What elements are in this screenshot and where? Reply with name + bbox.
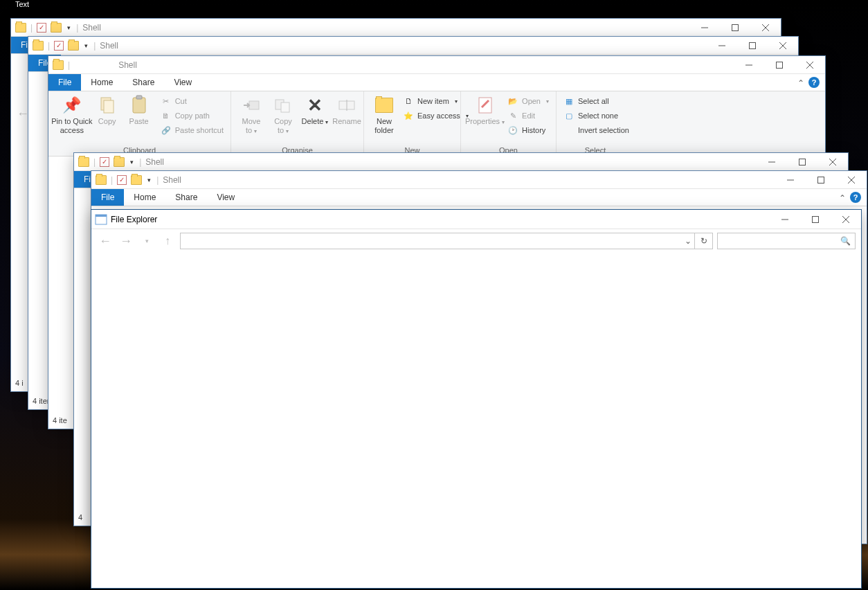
check-icon: ✓ <box>117 175 127 185</box>
history-button[interactable]: 🕑History <box>505 124 552 136</box>
file-explorer-icon <box>96 215 107 224</box>
home-tab[interactable]: Home <box>81 74 123 91</box>
view-tab[interactable]: View <box>164 74 201 91</box>
search-icon: 🔍 <box>840 236 851 246</box>
invert-selection-button[interactable]: Invert selection <box>561 124 632 136</box>
titlebar[interactable]: | ✓ ▾ | Shell <box>74 153 848 171</box>
chevron-down-icon[interactable]: ▾ <box>83 42 89 49</box>
copy-button[interactable]: Copy <box>91 93 123 127</box>
close-button[interactable] <box>750 19 781 37</box>
rename-button[interactable]: Rename <box>331 93 363 127</box>
maximize-button[interactable] <box>787 153 817 171</box>
cut-button[interactable]: ✂Cut <box>158 95 226 107</box>
back-button[interactable]: ← <box>97 233 114 249</box>
select-none-button[interactable]: ▢Select none <box>561 109 632 122</box>
paste-shortcut-icon: 🔗 <box>161 125 172 136</box>
copy-icon <box>97 95 118 116</box>
home-tab[interactable]: Home <box>124 189 165 206</box>
titlebar[interactable]: | Shell <box>48 56 825 74</box>
properties-button[interactable]: Properties <box>465 93 505 128</box>
svg-rect-5 <box>750 42 756 48</box>
move-to-button[interactable]: Move to <box>235 93 267 137</box>
help-icon[interactable]: ? <box>850 192 861 203</box>
folder-icon <box>15 23 26 33</box>
maximize-button[interactable] <box>800 211 831 229</box>
svg-rect-33 <box>813 216 819 222</box>
recent-locations-button[interactable]: ▾ <box>138 233 155 249</box>
svg-rect-9 <box>777 62 783 68</box>
close-button[interactable] <box>768 37 798 55</box>
svg-rect-13 <box>104 100 114 113</box>
new-folder-button[interactable]: New folder <box>368 93 400 136</box>
collapse-ribbon-icon[interactable]: ⌃ <box>839 189 850 206</box>
chevron-down-icon[interactable]: ▾ <box>146 177 152 184</box>
folder-icon <box>114 157 125 167</box>
file-tab[interactable]: File <box>48 74 81 91</box>
share-tab[interactable]: Share <box>123 74 164 91</box>
paste-button[interactable]: Paste <box>123 93 155 127</box>
chevron-down-icon[interactable]: ▾ <box>66 24 72 31</box>
minimize-button[interactable] <box>734 56 764 74</box>
folder-icon <box>78 157 89 167</box>
new-item-icon: 🗋 <box>403 96 414 107</box>
titlebar[interactable]: | ✓ ▾ | Shell <box>91 171 867 189</box>
delete-button[interactable]: ✕ Delete <box>299 93 331 128</box>
titlebar[interactable]: File Explorer <box>91 210 861 229</box>
folder-icon <box>53 60 64 70</box>
minimize-button[interactable] <box>707 37 737 55</box>
help-icon[interactable]: ? <box>808 77 820 88</box>
chevron-down-icon[interactable]: ▾ <box>129 159 135 166</box>
check-icon: ✓ <box>100 157 109 167</box>
rename-icon <box>336 95 357 116</box>
desktop-text-label: Text <box>1 0 43 8</box>
close-button[interactable] <box>817 153 848 171</box>
up-button[interactable]: ↑ <box>159 233 176 249</box>
close-button[interactable] <box>795 56 825 74</box>
file-tab[interactable]: File <box>91 189 124 206</box>
maximize-button[interactable] <box>720 19 750 37</box>
pin-to-quick-access-button[interactable]: 📌 Pin to Quick access <box>53 93 91 136</box>
maximize-button[interactable] <box>737 37 768 55</box>
forward-button[interactable]: → <box>118 233 134 249</box>
address-bar[interactable]: ⌄ <box>180 233 695 249</box>
svg-rect-14 <box>133 98 145 113</box>
maximize-button[interactable] <box>806 171 836 189</box>
close-button[interactable] <box>836 171 867 189</box>
svg-rect-18 <box>281 102 289 112</box>
window-title: Shell <box>145 157 164 167</box>
move-to-icon <box>241 95 262 116</box>
copy-to-button[interactable]: Copy to <box>267 93 299 137</box>
close-button[interactable] <box>831 211 861 229</box>
history-icon: 🕑 <box>507 125 518 136</box>
desktop-text-icon[interactable]: Text <box>1 0 43 8</box>
paste-shortcut-button[interactable]: 🔗Paste shortcut <box>158 124 226 136</box>
titlebar[interactable]: | ✓ ▾ | Shell <box>28 37 798 55</box>
properties-icon <box>475 95 496 116</box>
open-button[interactable]: 📂Open <box>505 95 552 107</box>
minimize-button[interactable] <box>775 171 806 189</box>
minimize-button[interactable] <box>689 19 720 37</box>
copy-to-icon <box>273 95 293 116</box>
easy-access-icon: ⭐ <box>403 110 414 121</box>
separator: | <box>30 23 33 33</box>
share-tab[interactable]: Share <box>165 189 207 206</box>
file-explorer-window[interactable]: File Explorer ← → ▾ ↑ ⌄ ↻ 🔍 <box>91 209 862 589</box>
maximize-button[interactable] <box>764 56 795 74</box>
svg-rect-27 <box>818 177 824 183</box>
titlebar[interactable]: | ✓ ▾ | Shell <box>11 19 781 37</box>
folder-icon <box>131 175 142 185</box>
refresh-button[interactable]: ↻ <box>695 233 713 249</box>
nav-toolbar: ← → ▾ ↑ ⌄ ↻ 🔍 <box>91 229 861 253</box>
invert-selection-icon <box>563 125 575 136</box>
copy-path-button[interactable]: 🗎Copy path <box>158 109 226 122</box>
minimize-button[interactable] <box>770 211 800 229</box>
search-box[interactable]: 🔍 <box>717 233 856 249</box>
svg-rect-16 <box>249 101 259 109</box>
select-all-button[interactable]: ▦Select all <box>561 95 632 107</box>
edit-button[interactable]: ✎Edit <box>505 109 552 122</box>
view-tab[interactable]: View <box>207 189 244 206</box>
minimize-button[interactable] <box>757 153 787 171</box>
collapse-ribbon-icon[interactable]: ⌃ <box>797 74 808 91</box>
pin-icon: 📌 <box>62 95 82 116</box>
address-dropdown-icon[interactable]: ⌄ <box>682 236 694 246</box>
